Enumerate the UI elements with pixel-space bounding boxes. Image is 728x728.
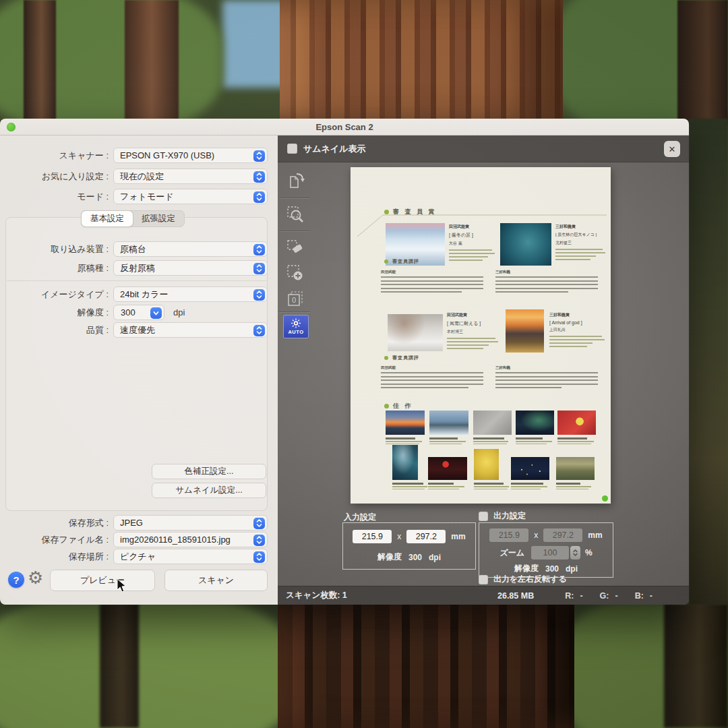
source-popup[interactable]: 原稿台: [113, 241, 268, 257]
save-location-row: 保存場所 : ピクチャ: [0, 549, 268, 564]
input-settings-box: 215.9 x 297.2 mm 解像度 300 dpi: [342, 522, 476, 570]
photo-caption: [428, 483, 466, 491]
times-label: x: [534, 530, 538, 540]
rotate-button[interactable]: [282, 169, 308, 193]
erase-marquee-button[interactable]: [282, 235, 308, 260]
zoom-label: ズーム: [499, 547, 524, 559]
tab-basic-settings[interactable]: 基本設定: [82, 211, 133, 226]
photo-thumb: [392, 445, 418, 480]
close-icon[interactable]: ✕: [664, 141, 680, 157]
auto-exposure-button[interactable]: AUTO: [283, 315, 309, 338]
r-label: R:: [565, 591, 574, 601]
title-bar[interactable]: Epson Scan 2: [0, 119, 689, 135]
photo-caption: [511, 483, 549, 491]
desktop-photo: Epson Scan 2 スキャナー : EPSON GT-X970 (USB)…: [0, 0, 728, 728]
add-marquee-button[interactable]: [282, 261, 308, 285]
tab-advanced-settings[interactable]: 拡張設定: [133, 211, 184, 226]
mirror-label: 出力を左右反転する: [493, 574, 567, 585]
save-location-label: 保存場所 :: [0, 551, 113, 563]
mouse-cursor: [117, 578, 127, 593]
output-settings-box: 215.9 x 297.2 mm ズーム 100 % 解像: [479, 522, 613, 578]
color-correction-button[interactable]: 色補正設定...: [152, 464, 266, 479]
tree-trunk: [100, 603, 139, 728]
settings-tabs: 基本設定 拡張設定: [81, 210, 185, 227]
mirror-checkbox[interactable]: [479, 575, 488, 584]
doc-type-label: 原稿種 :: [0, 262, 113, 274]
photo-thumb: [511, 457, 549, 480]
traffic-light-green[interactable]: [7, 123, 16, 131]
forest-strip: [689, 119, 728, 605]
svg-text:0: 0: [292, 296, 296, 304]
output-settings-checkbox[interactable]: [479, 512, 488, 521]
save-location-popup[interactable]: ピクチャ: [113, 549, 268, 564]
save-format-row: 保存形式 : JPEG: [0, 515, 268, 530]
photo-caption: [556, 483, 594, 491]
help-button[interactable]: ?: [8, 572, 24, 588]
image-type-row: イメージタイプ : 24bit カラー: [0, 286, 268, 302]
popup-chevrons-icon: [253, 191, 265, 203]
eraser-icon: [285, 237, 305, 257]
photo-thumb: [428, 457, 467, 480]
page-corner-dot: [602, 495, 608, 502]
scanner-value: EPSON GT-X970 (USB): [120, 150, 214, 160]
doc-type-popup[interactable]: 反射原稿: [113, 260, 268, 276]
entry-2-text: 三好和義賞 [ 原生林の巨大キノコ ] 北村健三: [555, 224, 608, 262]
review-paragraph: 田沼武能: [381, 365, 483, 391]
thumbnail-settings-button[interactable]: サムネイル設定...: [152, 483, 266, 498]
preview-button[interactable]: プレビュー: [50, 570, 155, 591]
rotate-icon: [285, 171, 305, 191]
zoom-marquee-button[interactable]: [282, 202, 308, 226]
input-resolution-label: 解像度: [377, 551, 402, 563]
resolution-row: 解像度 : 300 dpi: [0, 305, 268, 320]
photo-caption: [557, 437, 595, 446]
zoom-field: 100: [531, 546, 569, 559]
favorite-popup[interactable]: 現在の設定: [113, 169, 268, 184]
favorite-row: お気に入り設定 : 現在の設定: [0, 169, 268, 184]
green-bullet-icon: [384, 210, 389, 214]
review-paragraph: 田沼武能: [381, 270, 483, 295]
group-separator: [7, 280, 266, 281]
photo-thumb: [516, 411, 554, 435]
mode-popup[interactable]: フォトモード: [113, 189, 268, 204]
entry-1-text: 田沼武能賞 [ 厳冬の景 ] 大谷 薫: [449, 224, 496, 263]
scanner-label: スキャナー :: [0, 150, 113, 162]
sky-patch: [222, 0, 286, 88]
gear-icon[interactable]: ⚙: [28, 569, 43, 586]
output-resolution-label: 解像度: [514, 563, 539, 574]
g-label: G:: [600, 591, 609, 601]
quality-popup[interactable]: 速度優先: [113, 322, 268, 338]
preview-header: サムネイル表示 ✕: [278, 135, 689, 162]
popup-chevrons-icon: [253, 289, 265, 301]
doc-type-value: 反射原稿: [120, 262, 155, 274]
tree-trunk: [664, 603, 728, 728]
scan-preview-image[interactable]: 審 査 員 賞 田沼武能賞 [ 厳冬の景 ] 大谷 薫 三好和義賞 [ 原生林の…: [351, 167, 611, 504]
input-settings-title: 入力設定: [344, 512, 376, 523]
scan-button[interactable]: スキャン: [164, 570, 268, 591]
resolution-value: 300: [121, 307, 135, 317]
scanner-popup[interactable]: EPSON GT-X970 (USB): [113, 148, 268, 163]
scan-count: スキャン枚数: 1: [286, 590, 347, 601]
photo-sunset-portrait: [506, 309, 544, 353]
quality-value: 速度優先: [120, 324, 155, 336]
resolution-combo[interactable]: 300: [113, 305, 164, 320]
toolbar-separator: [279, 231, 310, 232]
photo-caption: [392, 483, 430, 491]
mode-row: モード : フォトモード: [0, 189, 268, 204]
marquee-count-button[interactable]: 0: [282, 286, 308, 311]
source-value: 原稿台: [120, 243, 146, 255]
thumbnail-checkbox[interactable]: [287, 144, 297, 154]
save-filename-popup[interactable]: img20260116_18591015.jpg: [113, 532, 268, 547]
tree-trunk: [677, 0, 728, 125]
epson-scan2-window: Epson Scan 2 スキャナー : EPSON GT-X970 (USB)…: [0, 119, 689, 605]
doc-type-row: 原稿種 : 反射原稿: [0, 260, 268, 276]
save-format-popup[interactable]: JPEG: [113, 515, 268, 530]
image-type-popup[interactable]: 24bit カラー: [113, 286, 268, 302]
save-format-value: JPEG: [120, 518, 143, 528]
output-settings-title: 出力設定: [493, 510, 526, 522]
input-height-field[interactable]: 297.2: [406, 530, 446, 543]
input-unit-label: mm: [451, 532, 465, 541]
photo-thumb: [429, 411, 468, 435]
input-width-field[interactable]: 215.9: [353, 530, 392, 543]
combo-chevron-icon: [150, 307, 162, 319]
photo-thumb: [474, 449, 499, 480]
